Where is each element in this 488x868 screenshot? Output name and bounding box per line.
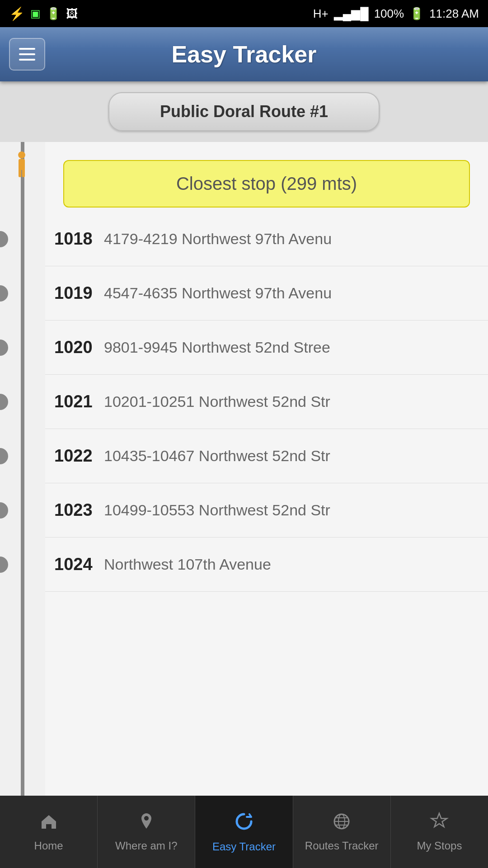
- svg-point-0: [18, 151, 25, 159]
- timeline-line: [21, 142, 24, 811]
- route-selector: Public Doral Route #1: [0, 81, 488, 142]
- status-left: ⚡ ▣ 🔋 🖼: [9, 6, 78, 21]
- list-item[interactable]: 1022 10435-10467 Northwest 52nd Str: [45, 429, 488, 483]
- nav-label-where-am-i: Where am I?: [115, 840, 177, 852]
- closest-stop-container: Closest stop (299 mts): [45, 142, 488, 208]
- stop-number: 1023: [45, 500, 104, 520]
- route-button[interactable]: Public Doral Route #1: [108, 92, 380, 131]
- time-display: 11:28 AM: [429, 7, 479, 21]
- easy-tracker-icon: [233, 811, 255, 837]
- stop-address: 4547-4635 Northwest 97th Avenu: [104, 284, 479, 302]
- list-item[interactable]: 1020 9801-9945 Northwest 52nd Stree: [45, 321, 488, 375]
- nav-label-routes-tracker: Routes Tracker: [305, 840, 379, 852]
- home-icon: [39, 811, 59, 836]
- app-icon-1: ▣: [30, 7, 41, 20]
- svg-rect-2: [19, 169, 21, 177]
- list-item[interactable]: 1023 10499-10553 Northwest 52nd Str: [45, 483, 488, 538]
- stop-address: 10201-10251 Northwest 52nd Str: [104, 393, 479, 410]
- status-bar: ⚡ ▣ 🔋 🖼 H+ ▂▄▆█ 100% 🔋 11:28 AM: [0, 0, 488, 27]
- status-right: H+ ▂▄▆█ 100% 🔋 11:28 AM: [313, 7, 479, 21]
- stop-number: 1018: [45, 229, 104, 249]
- app-header: Easy Tracker: [0, 27, 488, 81]
- nav-item-routes-tracker[interactable]: Routes Tracker: [293, 796, 391, 868]
- stop-address: 4179-4219 Northwest 97th Avenu: [104, 230, 479, 248]
- stop-number: 1024: [45, 555, 104, 574]
- stop-number: 1020: [45, 338, 104, 357]
- nav-item-my-stops[interactable]: My Stops: [391, 796, 488, 868]
- nav-item-where-am-i[interactable]: Where am I?: [98, 796, 195, 868]
- menu-button[interactable]: [9, 38, 45, 71]
- stop-number: 1019: [45, 283, 104, 303]
- battery-icon: 🔋: [409, 7, 424, 21]
- stop-number: 1021: [45, 392, 104, 411]
- bottom-nav: Home Where am I? Easy Tracker: [0, 796, 488, 868]
- star-icon: [429, 811, 449, 836]
- closest-stop-banner[interactable]: Closest stop (299 mts): [63, 160, 470, 208]
- nav-label-home: Home: [34, 840, 63, 852]
- page-title: Easy Tracker: [172, 41, 317, 68]
- globe-icon: [332, 811, 352, 836]
- list-item[interactable]: 1019 4547-4635 Northwest 97th Avenu: [45, 266, 488, 321]
- signal-bars: ▂▄▆█: [334, 7, 369, 21]
- stop-address: 9801-9945 Northwest 52nd Stree: [104, 339, 479, 356]
- battery-low-icon: 🔋: [46, 7, 61, 21]
- list-item[interactable]: 1021 10201-10251 Northwest 52nd Str: [45, 375, 488, 429]
- usb-icon: ⚡: [9, 6, 25, 21]
- nav-item-easy-tracker[interactable]: Easy Tracker: [195, 796, 293, 868]
- stop-address: 10499-10553 Northwest 52nd Str: [104, 501, 479, 519]
- stops-list: Closest stop (299 mts) 1018 4179-4219 No…: [45, 142, 488, 811]
- stop-address: 10435-10467 Northwest 52nd Str: [104, 447, 479, 465]
- battery-percent: 100%: [374, 7, 404, 21]
- signal-type: H+: [313, 7, 328, 21]
- svg-rect-1: [19, 159, 25, 170]
- location-pin-icon: [136, 811, 156, 836]
- hamburger-icon: [19, 48, 35, 61]
- main-content: Closest stop (299 mts) 1018 4179-4219 No…: [0, 142, 488, 811]
- stop-address: Northwest 107th Avenue: [104, 556, 479, 573]
- person-icon-wrapper: [4, 142, 40, 183]
- list-item[interactable]: 1024 Northwest 107th Avenue: [45, 538, 488, 592]
- stop-number: 1022: [45, 446, 104, 466]
- nav-label-my-stops: My Stops: [417, 840, 462, 852]
- list-item[interactable]: 1018 4179-4219 Northwest 97th Avenu: [45, 212, 488, 266]
- image-icon: 🖼: [66, 7, 78, 21]
- nav-item-home[interactable]: Home: [0, 796, 98, 868]
- svg-rect-3: [22, 169, 25, 177]
- nav-label-easy-tracker: Easy Tracker: [212, 840, 276, 853]
- person-icon: [13, 151, 31, 183]
